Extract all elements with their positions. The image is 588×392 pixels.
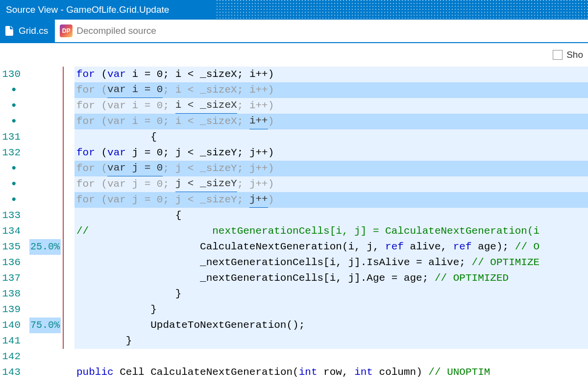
code-text[interactable]: for (var i = 0; i < _sizeX; i++) [74, 82, 588, 98]
line-number: 143 [0, 365, 24, 380]
line-number: 130 [0, 67, 24, 82]
line-number: 138 [0, 286, 24, 302]
percent-gutter [24, 270, 63, 286]
line-number: 133 [0, 208, 24, 223]
code-text[interactable]: for (var i = 0; i < _sizeX; i++) [74, 98, 588, 114]
gutter-bullet: • [0, 161, 24, 176]
code-text[interactable]: UpdateToNextGeneration(); [74, 318, 588, 333]
gutter-bullet: • [0, 82, 24, 98]
change-marker [63, 349, 74, 365]
code-text[interactable]: } [74, 333, 588, 349]
line-number: 134 [0, 223, 24, 239]
gutter-bullet: • [0, 98, 24, 114]
percent-gutter [24, 176, 63, 192]
percent-gutter [24, 192, 63, 208]
line-number: 132 [0, 145, 24, 161]
code-text[interactable]: } [74, 286, 588, 302]
code-text[interactable]: _nextGenerationCells[i, j].Age = age; //… [74, 270, 588, 286]
code-line[interactable]: 137 _nextGenerationCells[i, j].Age = age… [0, 270, 588, 286]
code-line[interactable]: • for (var i = 0; i < _sizeX; i++) [0, 114, 588, 129]
code-text[interactable]: for (var j = 0; j < _sizeY; j++) [74, 161, 588, 176]
code-text[interactable]: for (var j = 0; j < _sizeY; j++) [74, 145, 588, 161]
code-text[interactable]: for (var i = 0; i < _sizeX; i++) [74, 114, 588, 129]
code-line[interactable]: 143 public Cell CalculateNextGeneration(… [0, 365, 588, 380]
titlebar-grip [216, 0, 588, 20]
percent-gutter [24, 302, 63, 318]
code-line[interactable]: 141 } [0, 333, 588, 349]
percent-gutter [24, 67, 63, 82]
code-text[interactable]: public Cell CalculateNextGeneration(int … [74, 365, 588, 380]
change-marker [63, 67, 74, 82]
title-bar: Source View - GameOfLife.Grid.Update [0, 0, 588, 20]
change-marker [63, 82, 74, 98]
gutter-bullet: • [0, 176, 24, 192]
line-number: 140 [0, 318, 24, 333]
percent-gutter [24, 114, 63, 129]
gutter-bullet: • [0, 192, 24, 208]
percent-gutter [24, 255, 63, 270]
code-line[interactable]: 132 for (var j = 0; j < _sizeY; j++) [0, 145, 588, 161]
code-line[interactable]: 136 _nextGenerationCells[i, j].IsAlive =… [0, 255, 588, 270]
code-line[interactable]: • for (var j = 0; j < _sizeY; j++) [0, 161, 588, 176]
line-number: 136 [0, 255, 24, 270]
tab-label: Decompiled source [76, 25, 156, 36]
code-line[interactable]: 133 { [0, 208, 588, 223]
percent-gutter [24, 145, 63, 161]
code-line[interactable]: 14075.0% UpdateToNextGeneration(); [0, 318, 588, 333]
percent-gutter [24, 333, 63, 349]
percent-gutter [24, 98, 63, 114]
percent-gutter: 75.0% [24, 318, 63, 333]
code-line[interactable]: • for (var j = 0; j < _sizeY; j++) [0, 176, 588, 192]
code-text[interactable] [74, 349, 588, 365]
code-text[interactable]: { [74, 208, 588, 223]
change-marker [63, 129, 74, 145]
code-text[interactable]: { [74, 129, 588, 145]
code-text[interactable]: for (var j = 0; j < _sizeY; j++) [74, 176, 588, 192]
code-text[interactable]: CalculateNextGeneration(i, j, ref alive,… [74, 239, 588, 255]
gutter-bullet: • [0, 114, 24, 129]
change-marker [63, 239, 74, 255]
dotpeek-icon: DP [60, 24, 73, 37]
percent-gutter: 25.0% [24, 239, 63, 255]
code-line[interactable]: • for (var i = 0; i < _sizeX; i++) [0, 98, 588, 114]
change-marker [63, 176, 74, 192]
code-line[interactable]: 13525.0% CalculateNextGeneration(i, j, r… [0, 239, 588, 255]
change-marker [63, 223, 74, 239]
show-label: Sho [566, 49, 583, 60]
tab-decompiled[interactable]: DP Decompiled source [55, 20, 163, 42]
toolbar: Sho [0, 43, 588, 67]
change-marker [63, 98, 74, 114]
show-checkbox[interactable] [553, 50, 563, 60]
line-number: 131 [0, 129, 24, 145]
code-line[interactable]: 138 } [0, 286, 588, 302]
code-text[interactable]: } [74, 302, 588, 318]
code-line[interactable]: 139 } [0, 302, 588, 318]
percent-gutter [24, 286, 63, 302]
code-line[interactable]: 142 [0, 349, 588, 365]
change-marker [63, 161, 74, 176]
change-marker [63, 318, 74, 333]
code-line[interactable]: 134// nextGenerationCells[i, j] = Calcul… [0, 223, 588, 239]
code-text[interactable]: for (var j = 0; j < _sizeY; j++) [74, 192, 588, 208]
percent-badge: 75.0% [29, 318, 61, 333]
percent-badge: 25.0% [29, 239, 61, 255]
change-marker [63, 208, 74, 223]
code-text[interactable]: for (var i = 0; i < _sizeX; i++) [74, 67, 588, 82]
code-text[interactable]: // nextGenerationCells[i, j] = Calculate… [74, 223, 588, 239]
percent-gutter [24, 129, 63, 145]
percent-gutter [24, 349, 63, 365]
code-line[interactable]: 130 for (var i = 0; i < _sizeX; i++) [0, 67, 588, 82]
tab-grid-cs[interactable]: Grid.cs [0, 20, 55, 42]
code-text[interactable]: _nextGenerationCells[i, j].IsAlive = ali… [74, 255, 588, 270]
change-marker [63, 286, 74, 302]
line-number: 135 [0, 239, 24, 255]
line-number: 137 [0, 270, 24, 286]
percent-gutter [24, 161, 63, 176]
code-line[interactable]: • for (var i = 0; i < _sizeX; i++) [0, 82, 588, 98]
line-number: 142 [0, 349, 24, 365]
change-marker [63, 114, 74, 129]
code-line[interactable]: • for (var j = 0; j < _sizeY; j++) [0, 192, 588, 208]
code-line[interactable]: 131 { [0, 129, 588, 145]
percent-gutter [24, 208, 63, 223]
code-editor[interactable]: 130 for (var i = 0; i < _sizeX; i++)• fo… [0, 67, 588, 380]
